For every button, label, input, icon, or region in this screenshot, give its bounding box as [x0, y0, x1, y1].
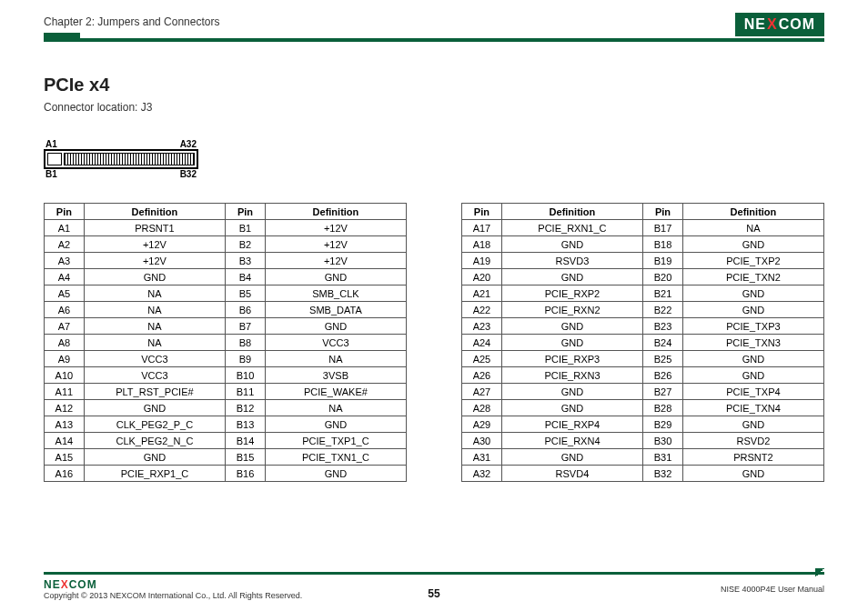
definition-cell: +12V: [265, 220, 406, 236]
pin-cell: B13: [226, 416, 266, 433]
table-row: A27GNDB27PCIE_TXP4: [462, 384, 824, 400]
table-row: A2+12VB2+12V: [45, 236, 407, 253]
definition-cell: NA: [265, 400, 406, 416]
definition-cell: NA: [84, 318, 225, 335]
pin-cell: A28: [462, 400, 502, 416]
definition-cell: CLK_PEG2_P_C: [84, 416, 225, 433]
pin-cell: B16: [226, 466, 266, 482]
definition-cell: SMB_DATA: [265, 302, 406, 318]
table-row: A13CLK_PEG2_P_CB13GND: [45, 416, 407, 433]
table-row: A15GNDB15PCIE_TXN1_C: [45, 449, 407, 466]
pin-cell: A29: [462, 416, 502, 433]
table-row: A30PCIE_RXN4B30RSVD2: [462, 433, 824, 449]
definition-cell: PRSNT1: [84, 220, 225, 236]
table-row: A17PCIE_RXN1_CB17NA: [462, 220, 824, 236]
th-def-b: Definition: [682, 204, 823, 220]
table-row: A8NAB8VCC3: [45, 335, 407, 351]
definition-cell: NA: [84, 302, 225, 318]
table-row: A21PCIE_RXP2B21GND: [462, 285, 824, 302]
pin-cell: B11: [226, 384, 266, 400]
definition-cell: GND: [501, 335, 642, 351]
definition-cell: RSVD2: [682, 433, 823, 449]
definition-cell: PCIE_TXP3: [682, 318, 823, 335]
pin-cell: A17: [462, 220, 502, 236]
th-def-a: Definition: [84, 204, 225, 220]
definition-cell: VCC3: [84, 351, 225, 367]
table-header-row: Pin Definition Pin Definition: [45, 204, 407, 220]
definition-cell: +12V: [265, 236, 406, 253]
connector-diagram: A1 A32 B1 B32: [44, 139, 198, 179]
copyright-text: Copyright © 2013 NEXCOM International Co…: [44, 591, 302, 600]
definition-cell: PCIE_RXN2: [501, 302, 642, 318]
definition-cell: PCIE_RXN4: [501, 433, 642, 449]
pin-cell: B6: [226, 302, 266, 318]
pin-cell: B30: [643, 433, 683, 449]
pin-cell: B21: [643, 285, 683, 302]
pin-cell: A27: [462, 384, 502, 400]
footer-accent: [44, 572, 824, 575]
pin-cell: A25: [462, 351, 502, 367]
definition-cell: VCC3: [84, 367, 225, 384]
pin-cell: A31: [462, 449, 502, 466]
definition-cell: GND: [265, 318, 406, 335]
table-row: A31GNDB31PRSNT2: [462, 449, 824, 466]
pin-cell: B5: [226, 285, 266, 302]
pin-cell: A23: [462, 318, 502, 335]
definition-cell: PCIE_TXN1_C: [265, 449, 406, 466]
definition-cell: GND: [84, 269, 225, 285]
th-pin-b: Pin: [226, 204, 266, 220]
definition-cell: RSVD3: [501, 253, 642, 269]
pin-cell: A11: [45, 384, 85, 400]
pin-cell: B2: [226, 236, 266, 253]
table-row: A24GNDB24PCIE_TXN3: [462, 335, 824, 351]
definition-cell: GND: [682, 236, 823, 253]
definition-cell: PCIE_RXN1_C: [501, 220, 642, 236]
table-row: A3+12VB3+12V: [45, 253, 407, 269]
pin-cell: B29: [643, 416, 683, 433]
table-row: A7NAB7GND: [45, 318, 407, 335]
connector-pins: [64, 153, 195, 165]
footer-logo-x: X: [61, 578, 69, 591]
pin-cell: A5: [45, 285, 85, 302]
pin-cell: B32: [643, 466, 683, 482]
table-row: A29PCIE_RXP4B29GND: [462, 416, 824, 433]
definition-cell: PCIE_RXP4: [501, 416, 642, 433]
table-row: A5NAB5SMB_CLK: [45, 285, 407, 302]
pin-cell: A21: [462, 285, 502, 302]
pin-cell: A18: [462, 236, 502, 253]
definition-cell: PCIE_TXN2: [682, 269, 823, 285]
pin-cell: B8: [226, 335, 266, 351]
table-row: A14CLK_PEG2_N_CB14PCIE_TXP1_C: [45, 433, 407, 449]
footer-logo-left: NE: [44, 578, 61, 591]
definition-cell: GND: [682, 416, 823, 433]
definition-cell: GND: [682, 351, 823, 367]
definition-cell: GND: [265, 269, 406, 285]
pin-cell: B15: [226, 449, 266, 466]
definition-cell: PCIE_WAKE#: [265, 384, 406, 400]
table-row: A6NAB6SMB_DATA: [45, 302, 407, 318]
pin-cell: A9: [45, 351, 85, 367]
diagram-label-b32: B32: [180, 169, 197, 179]
definition-cell: PLT_RST_PCIE#: [84, 384, 225, 400]
definition-cell: GND: [84, 449, 225, 466]
pin-cell: A19: [462, 253, 502, 269]
definition-cell: PCIE_RXN3: [501, 367, 642, 384]
definition-cell: GND: [501, 269, 642, 285]
definition-cell: GND: [265, 416, 406, 433]
definition-cell: GND: [501, 384, 642, 400]
pin-cell: A16: [45, 466, 85, 482]
definition-cell: PCIE_TXP1_C: [265, 433, 406, 449]
table-header-row: Pin Definition Pin Definition: [462, 204, 824, 220]
pin-cell: B10: [226, 367, 266, 384]
table-row: A1PRSNT1B1+12V: [45, 220, 407, 236]
table-row: A4GNDB4GND: [45, 269, 407, 285]
diagram-label-a32: A32: [180, 139, 197, 149]
pin-cell: A2: [45, 236, 85, 253]
pin-cell: B4: [226, 269, 266, 285]
definition-cell: +12V: [84, 253, 225, 269]
definition-cell: VCC3: [265, 335, 406, 351]
definition-cell: SMB_CLK: [265, 285, 406, 302]
table-row: A19RSVD3B19PCIE_TXP2: [462, 253, 824, 269]
pin-cell: A22: [462, 302, 502, 318]
pinout-table-right: Pin Definition Pin Definition A17PCIE_RX…: [461, 203, 824, 482]
